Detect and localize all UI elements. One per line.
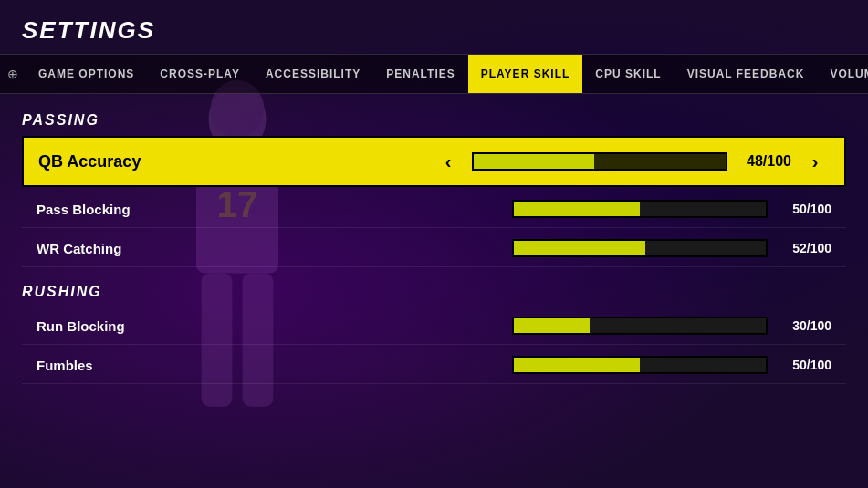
progress-bar-wr-catching xyxy=(512,239,768,257)
section-title-rushing: RUSHING xyxy=(22,284,846,300)
progress-fill-run-blocking xyxy=(514,318,590,333)
progress-fill-qb-accuracy xyxy=(474,154,594,169)
nav-item-visual-feedback[interactable]: VISUAL FEEDBACK xyxy=(675,55,818,93)
nav-item-volume-control[interactable]: VOLUME CONTR... xyxy=(817,55,868,93)
nav-item-accessibility[interactable]: ACCESSIBILITY xyxy=(253,55,373,93)
increment-qb-accuracy[interactable]: › xyxy=(800,147,830,176)
header: SETTINGS xyxy=(0,0,868,54)
progress-bar-pass-blocking xyxy=(512,200,768,218)
nav-icon: ⊕ xyxy=(7,67,18,81)
skill-row-fumbles[interactable]: Fumbles 50/100 xyxy=(22,347,846,384)
nav-item-penalties[interactable]: PENALTIES xyxy=(373,55,467,93)
skill-controls-qb-accuracy: ‹ 48/100 › xyxy=(434,147,830,176)
nav-item-cross-play[interactable]: CROSS-PLAY xyxy=(147,55,253,93)
skill-value-wr-catching: 52/100 xyxy=(777,241,831,255)
skill-controls-wr-catching: 52/100 xyxy=(512,239,831,257)
skill-name-run-blocking: Run Blocking xyxy=(37,318,512,334)
progress-fill-fumbles xyxy=(514,358,640,372)
progress-bar-qb-accuracy xyxy=(472,152,727,171)
progress-bar-fumbles xyxy=(512,356,768,374)
skill-row-run-blocking[interactable]: Run Blocking 30/100 xyxy=(22,307,846,345)
section-gap xyxy=(22,269,846,284)
skill-controls-fumbles: 50/100 xyxy=(512,356,831,374)
nav-item-cpu-skill[interactable]: CPU SKILL xyxy=(582,55,674,93)
skill-name-pass-blocking: Pass Blocking xyxy=(37,202,512,217)
nav-item-player-skill[interactable]: PLAYER SKILL xyxy=(468,55,583,93)
nav-bar: ⊕ GAME OPTIONS CROSS-PLAY ACCESSIBILITY … xyxy=(0,54,868,94)
skill-value-qb-accuracy: 48/100 xyxy=(737,153,791,170)
skill-name-fumbles: Fumbles xyxy=(37,358,512,373)
section-title-passing: PASSING xyxy=(22,112,846,129)
skill-row-wr-catching[interactable]: WR Catching 52/100 xyxy=(22,230,846,267)
skill-value-fumbles: 50/100 xyxy=(777,358,831,372)
progress-bar-run-blocking xyxy=(512,317,768,335)
skill-name-wr-catching: WR Catching xyxy=(37,241,512,256)
skill-value-pass-blocking: 50/100 xyxy=(777,202,831,216)
progress-fill-wr-catching xyxy=(514,241,645,255)
page-title: SETTINGS xyxy=(22,16,846,45)
nav-item-game-options[interactable]: GAME OPTIONS xyxy=(26,55,147,93)
skill-controls-pass-blocking: 50/100 xyxy=(512,200,831,218)
skill-row-pass-blocking[interactable]: Pass Blocking 50/100 xyxy=(22,191,846,228)
settings-panel: PASSING QB Accuracy ‹ 48/100 › Pass Bloc… xyxy=(0,94,868,404)
skill-name-qb-accuracy: QB Accuracy xyxy=(38,152,434,171)
skill-row-qb-accuracy[interactable]: QB Accuracy ‹ 48/100 › xyxy=(22,136,846,187)
main-content: SETTINGS ⊕ GAME OPTIONS CROSS-PLAY ACCES… xyxy=(0,0,868,488)
progress-fill-pass-blocking xyxy=(514,202,640,216)
skill-controls-run-blocking: 30/100 xyxy=(512,317,831,335)
skill-value-run-blocking: 30/100 xyxy=(777,318,831,333)
decrement-qb-accuracy[interactable]: ‹ xyxy=(434,147,463,176)
